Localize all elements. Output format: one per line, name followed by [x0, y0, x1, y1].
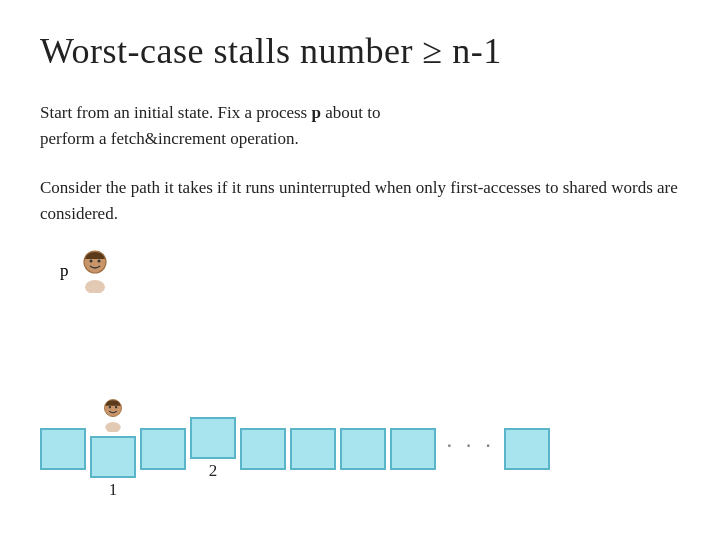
person-icon-cell2: [98, 398, 128, 432]
cell-6: [290, 428, 336, 470]
para1-text3: perform a fetch&increment operation.: [40, 129, 299, 148]
cell-wrapper-8: [390, 428, 436, 470]
slide-title: Worst-case stalls number ≥ n-1: [40, 30, 680, 72]
cell-wrapper-6: [290, 428, 336, 470]
cell-5: [240, 428, 286, 470]
para1-text2: about to: [321, 103, 381, 122]
cell-wrapper-1: [40, 428, 86, 470]
cell-wrapper-5: [240, 428, 286, 470]
cell-3: [140, 428, 186, 470]
slide: Worst-case stalls number ≥ n-1 Start fro…: [0, 0, 720, 540]
cell-wrapper-2: 1: [90, 398, 136, 500]
cell-wrapper-3: [140, 428, 186, 470]
process-area: p: [60, 249, 680, 293]
svg-point-7: [105, 422, 120, 432]
svg-point-5: [109, 406, 111, 408]
paragraph1: Start from an initial state. Fix a proce…: [40, 100, 680, 153]
svg-point-1: [89, 260, 92, 263]
cell-label-1: 1: [109, 480, 118, 500]
cell-1: [40, 428, 86, 470]
paragraph2: Consider the path it takes if it runs un…: [40, 175, 680, 228]
cell-7: [340, 428, 386, 470]
cell-2: [90, 436, 136, 478]
cells-row: 1 2 · · ·: [40, 398, 680, 500]
cell-8: [390, 428, 436, 470]
person-icon-top: [77, 249, 113, 293]
para1-process-var: p: [311, 103, 320, 122]
svg-point-2: [97, 260, 100, 263]
cell-label-2: 2: [209, 461, 218, 481]
dots: · · ·: [440, 430, 500, 458]
cell-wrapper-7: [340, 428, 386, 470]
cell-4: [190, 417, 236, 459]
svg-point-3: [85, 280, 105, 293]
svg-point-6: [115, 406, 117, 408]
cell-last: [504, 428, 550, 470]
para2-text: Consider the path it takes if it runs un…: [40, 178, 678, 223]
cell-wrapper-4: 2: [190, 417, 236, 481]
title-text: Worst-case stalls number ≥ n-1: [40, 31, 502, 71]
cell-wrapper-last: [504, 428, 550, 470]
process-label-p: p: [60, 261, 69, 281]
bottom-row: 1 2 · · ·: [40, 398, 680, 500]
para1-text1: Start from an initial state. Fix a proce…: [40, 103, 311, 122]
